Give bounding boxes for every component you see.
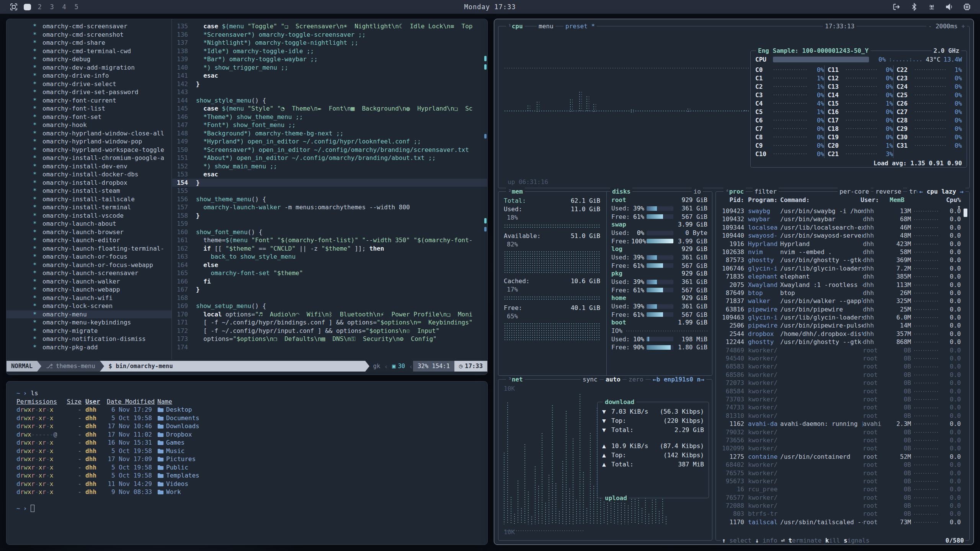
- file-list-item[interactable]: *omarchy-pkg-add: [7, 343, 172, 352]
- proc-key-hints[interactable]: ↑ select ↓ info ⏎ terminate kill signals: [722, 537, 869, 544]
- process-row[interactable]: 109440swayosd-/usr/bin/swayosd-serverdhh…: [720, 231, 961, 240]
- process-row[interactable]: 1916HyprlandHyprlanddhh423M0.0: [720, 240, 961, 248]
- process-row[interactable]: 72073kworker/root0B0.0: [720, 379, 961, 387]
- process-row[interactable]: 1275containe/usr/bin/containerdroot52M0.…: [720, 453, 961, 461]
- file-list-item[interactable]: *omarchy-cmd-screensaver: [7, 22, 172, 31]
- interval-plus-button[interactable]: +: [961, 23, 965, 30]
- file-list-item[interactable]: *omarchy-install-steam: [7, 187, 172, 195]
- file-list-item[interactable]: *omarchy-menu: [7, 310, 172, 319]
- file-list-item[interactable]: *omarchy-cmd-screenshot: [7, 31, 172, 39]
- col-command[interactable]: Command:: [780, 196, 861, 205]
- file-list-item[interactable]: *omarchy-launch-browser: [7, 228, 172, 236]
- file-list-item[interactable]: *omarchy-drive-set-password: [7, 88, 172, 96]
- file-list-item[interactable]: *omarchy-install-docker-dbs: [7, 170, 172, 179]
- file-list-item[interactable]: *omarchy-hyprland-workspace-toggle: [7, 146, 172, 154]
- file-list-item[interactable]: *omarchy-launch-screensaver: [7, 269, 172, 277]
- process-row[interactable]: 95673kworker/root0B0.0: [720, 477, 961, 485]
- process-row[interactable]: 109463glycin-i/usr/lib/glycin-loadersdhh…: [720, 313, 961, 321]
- net-box-title[interactable]: ³net: [506, 376, 525, 383]
- screen-share-icon[interactable]: [892, 2, 901, 11]
- refresh-interval[interactable]: - 2000ms +: [926, 23, 967, 30]
- directory-name[interactable]: Pictures: [157, 455, 196, 463]
- process-row[interactable]: 16rcu_preeroot0B0.0: [720, 485, 961, 493]
- cpu-chip-icon[interactable]: [962, 2, 972, 11]
- directory-name[interactable]: Videos: [157, 480, 188, 488]
- volume-icon[interactable]: [945, 2, 954, 11]
- process-row[interactable]: 63816pipewire/usr/bin/pipewiredhh25M0.0: [720, 305, 961, 313]
- col-user[interactable]: User:: [861, 196, 890, 205]
- process-row[interactable]: 71837walker/usr/bin/walker --gappldhh325…: [720, 297, 961, 305]
- col-pid[interactable]: Pid:: [720, 196, 744, 205]
- process-row[interactable]: 68584kworker/root0B0.0: [720, 387, 961, 395]
- file-list-item[interactable]: *omarchy-launch-editor: [7, 236, 172, 245]
- cpu-box-title[interactable]: ¹cpu: [506, 23, 525, 30]
- file-list-item[interactable]: *omarchy-cmd-terminal-cwd: [7, 47, 172, 55]
- preset-button[interactable]: preset *: [564, 23, 597, 30]
- file-list-item[interactable]: *omarchy-launch-about: [7, 220, 172, 228]
- directory-name[interactable]: Downloads: [157, 422, 199, 430]
- file-list-item[interactable]: *omarchy-lock-screen: [7, 302, 172, 310]
- process-row[interactable]: 106746glycin-i/usr/lib/glycin-loadersdhh…: [720, 264, 961, 272]
- file-list-item[interactable]: *omarchy-launch-floating-terminal-: [7, 245, 172, 253]
- prompt-line[interactable]: ~ ›: [16, 504, 477, 513]
- proc-reverse-toggle[interactable]: reverse: [874, 188, 903, 195]
- process-row[interactable]: 1162avahi-daavahi-daemon: running [avahi…: [720, 420, 961, 428]
- file-list-item[interactable]: *omarchy-launch-webapp: [7, 285, 172, 294]
- file-list-item[interactable]: *omarchy-install-dev-env: [7, 162, 172, 171]
- process-row[interactable]: 2075XwaylandXwayland :1 -rootless -dhh11…: [720, 281, 961, 289]
- file-list-item[interactable]: *omarchy-install-tailscale: [7, 195, 172, 204]
- process-row[interactable]: 79032kworker/root0B0.0: [720, 428, 961, 436]
- process-row[interactable]: 102099kworker/root0B0.0: [720, 444, 961, 452]
- file-list-item[interactable]: *omarchy-font-set: [7, 113, 172, 121]
- process-row[interactable]: 12244ghostty/usr/bin/ghostty --gtk-dhh86…: [720, 338, 961, 346]
- file-list-item[interactable]: *omarchy-migrate: [7, 327, 172, 335]
- file-list-item[interactable]: *omarchy-menu-keybindings: [7, 318, 172, 327]
- file-list-item[interactable]: *omarchy-font-current: [7, 96, 172, 105]
- file-list-item[interactable]: *omarchy-notification-dismiss: [7, 335, 172, 343]
- proc-per-core-toggle[interactable]: per-core: [838, 188, 871, 195]
- iface-prev-button[interactable]: ←b: [653, 376, 660, 383]
- file-list-item[interactable]: *omarchy-install-terminal: [7, 203, 172, 212]
- process-row[interactable]: 71835elephantelephantdhh385M0.0: [720, 272, 961, 280]
- process-row[interactable]: 76575kworker/root0B0.0: [720, 469, 961, 477]
- process-row[interactable]: 74869kworker/root0B0.0: [720, 346, 961, 354]
- proc-box-title[interactable]: ⁴proc: [724, 188, 746, 195]
- proc-scrollbar-thumb[interactable]: [964, 209, 967, 217]
- directory-name[interactable]: Games: [157, 439, 185, 447]
- interval-minus-button[interactable]: -: [928, 23, 932, 30]
- file-list-item[interactable]: *omarchy-font-list: [7, 104, 172, 113]
- proc-sort-switcher[interactable]: ← cpu lazy →: [917, 188, 965, 195]
- net-zero-toggle[interactable]: zero: [627, 376, 645, 383]
- network-icon[interactable]: [927, 2, 936, 11]
- process-row[interactable]: 109432waybar/usr/bin/waybardhh68M0.0: [720, 215, 961, 223]
- process-row[interactable]: 73656kworker/root0B0.0: [720, 436, 961, 444]
- process-row[interactable]: 2506pipewire/usr/bin/pipewire-pulsedhh14…: [720, 321, 961, 329]
- file-list-item[interactable]: *omarchy-debug: [7, 55, 172, 64]
- process-row[interactable]: 81310kworker/root0B0.0: [720, 412, 961, 420]
- process-row[interactable]: 109423swaybg/usr/bin/swaybg -i /homdhh13…: [720, 207, 961, 215]
- proc-filter-button[interactable]: filter: [753, 188, 779, 195]
- file-list-item[interactable]: *omarchy-launch-walker: [7, 277, 172, 286]
- process-row[interactable]: 73703kworker/root0B0.0: [720, 395, 961, 403]
- process-row[interactable]: 102638nvimnvim --embed .dhh58M0.0: [720, 248, 961, 256]
- bluetooth-icon[interactable]: [910, 2, 919, 11]
- directory-name[interactable]: Work: [157, 488, 181, 496]
- file-list-item[interactable]: *omarchy-launch-or-focus-webapp: [7, 261, 172, 269]
- file-list-item[interactable]: *omarchy-drive-info: [7, 72, 172, 80]
- process-row[interactable]: 2544dropbox/home/dhh/.dropbox-distdhh357…: [720, 330, 961, 338]
- process-row[interactable]: 72088kworker/root0B0.0: [720, 502, 961, 510]
- file-list-item[interactable]: *omarchy-launch-or-focus: [7, 253, 172, 261]
- file-list-item[interactable]: *omarchy-cmd-share: [7, 39, 172, 47]
- sort-prev-button[interactable]: ←: [919, 188, 923, 195]
- process-row[interactable]: 68402kworker/root0B0.0: [720, 461, 961, 469]
- net-auto-toggle[interactable]: auto: [604, 376, 622, 383]
- col-memb[interactable]: MemB: [890, 196, 911, 205]
- file-list-item[interactable]: *omarchy-hyprland-window-pop: [7, 137, 172, 146]
- file-list-item[interactable]: *omarchy-install-chromium-google-a: [7, 154, 172, 162]
- process-row[interactable]: 68583kworker/root0B0.0: [720, 362, 961, 370]
- file-list-item[interactable]: *omarchy-dev-add-migration: [7, 64, 172, 72]
- col-cpu[interactable]: Cpu% ↑: [939, 196, 961, 205]
- directory-name[interactable]: Dropbox: [157, 430, 192, 439]
- process-row[interactable]: 109344localsea/usr/lib/localsearch-exdhh…: [720, 223, 961, 231]
- directory-name[interactable]: Templates: [157, 471, 199, 480]
